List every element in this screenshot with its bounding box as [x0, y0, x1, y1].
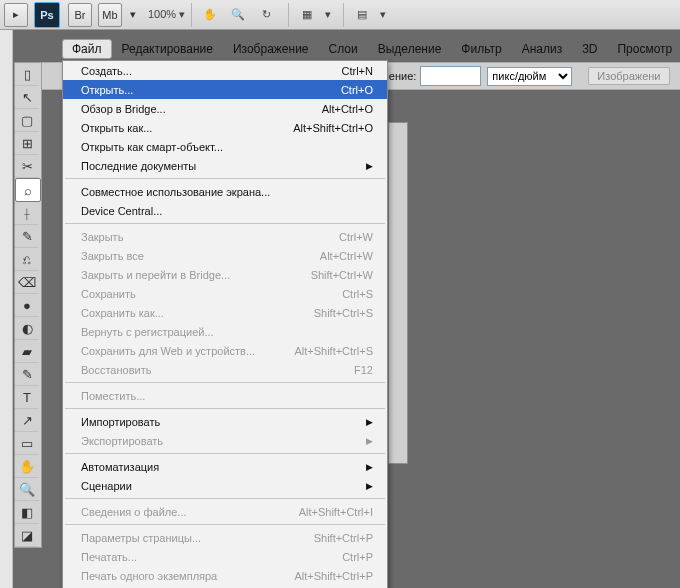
menu-select[interactable]: Выделение — [368, 39, 452, 59]
screen-mode-dropdown-icon[interactable]: ▾ — [378, 3, 388, 27]
eraser-tool[interactable]: ◐ — [15, 317, 39, 340]
menu-separator — [65, 178, 385, 179]
menu-item-create[interactable]: Создать...Ctrl+N — [63, 61, 387, 80]
menu-item-save: СохранитьCtrl+S — [63, 284, 387, 303]
clone-tool[interactable]: ⌫ — [15, 271, 39, 294]
arrange-icon[interactable]: ▦ — [295, 3, 319, 27]
menu-view[interactable]: Просмотр — [607, 39, 680, 59]
toolbox: ▯ ↖ ▢ ⊞ ✂ ⌕ ⟊ ✎ ⎌ ⌫ ● ◐ ▰ ✎ T ↗ ▭ ✋ 🔍 ◧ … — [14, 62, 42, 548]
menu-item-file-info: Сведения о файле...Alt+Shift+Ctrl+I — [63, 502, 387, 521]
path-tool[interactable]: ✋ — [15, 455, 39, 478]
tool-item[interactable]: ▯ — [15, 63, 39, 86]
menu-item-open-as[interactable]: Открыть как...Alt+Shift+Ctrl+O — [63, 118, 387, 137]
move-tool[interactable]: ↖ — [15, 86, 39, 109]
menu-item-page-setup: Параметры страницы...Shift+Ctrl+P — [63, 528, 387, 547]
menu-filter[interactable]: Фильтр — [451, 39, 511, 59]
menu-item-device-central[interactable]: Device Central... — [63, 201, 387, 220]
menu-item-export: Экспортировать▶ — [63, 431, 387, 450]
menu-image[interactable]: Изображение — [223, 39, 319, 59]
ps-logo[interactable]: Ps — [34, 2, 60, 28]
menu-item-print: Печатать...Ctrl+P — [63, 547, 387, 566]
submenu-arrow-icon: ▶ — [366, 161, 373, 171]
image-size-button[interactable]: Изображени — [588, 67, 669, 85]
marquee-tool[interactable]: ▢ — [15, 109, 39, 132]
arrange-dropdown-icon[interactable]: ▾ — [323, 3, 333, 27]
menu-layer[interactable]: Слои — [319, 39, 368, 59]
menu-separator — [65, 498, 385, 499]
submenu-arrow-icon: ▶ — [366, 481, 373, 491]
app-toolbar: ▸ Ps Br Mb ▾ 100% ▾ ✋ 🔍 ↻ ▦ ▾ ▤ ▾ — [0, 0, 680, 30]
hand-tool[interactable]: ◧ — [15, 501, 39, 524]
pen-tool[interactable]: ↗ — [15, 409, 39, 432]
menu-item-recent[interactable]: Последние документы▶ — [63, 156, 387, 175]
file-menu-dropdown: Создать...Ctrl+N Открыть...Ctrl+O Обзор … — [62, 60, 388, 588]
shape-tool[interactable]: 🔍 — [15, 478, 39, 501]
bridge-button[interactable]: Br — [68, 3, 92, 27]
menu-separator — [65, 408, 385, 409]
gradient-tool[interactable]: ▰ — [15, 340, 39, 363]
menu-bar: Файл Редактирование Изображение Слои Выд… — [62, 38, 680, 60]
menu-item-browse-bridge[interactable]: Обзор в Bridge...Alt+Ctrl+O — [63, 99, 387, 118]
menu-separator — [65, 382, 385, 383]
menu-item-close-bridge: Закрыть и перейти в Bridge...Shift+Ctrl+… — [63, 265, 387, 284]
menu-item-close: ЗакрытьCtrl+W — [63, 227, 387, 246]
type-tool[interactable]: ▭ — [15, 432, 39, 455]
menu-item-save-as: Сохранить как...Shift+Ctrl+S — [63, 303, 387, 322]
menu-item-open[interactable]: Открыть...Ctrl+O — [63, 80, 387, 99]
menu-separator — [65, 223, 385, 224]
dodge-tool[interactable]: T — [15, 386, 39, 409]
menu-file[interactable]: Файл — [62, 39, 112, 59]
mb-dropdown-arrow[interactable]: ▾ — [128, 4, 138, 26]
quick-select-tool[interactable]: ✂ — [15, 155, 39, 178]
unit-select[interactable]: пикс/дюйм — [487, 67, 572, 86]
menu-item-print-one: Печать одного экземпляраAlt+Shift+Ctrl+P — [63, 566, 387, 585]
panel-dock — [388, 122, 408, 464]
generic-button[interactable]: ▸ — [4, 3, 28, 27]
zoom-tool[interactable]: ◪ — [15, 524, 39, 547]
menu-item-share[interactable]: Совместное использование экрана... — [63, 182, 387, 201]
menu-item-save-web: Сохранить для Web и устройств...Alt+Shif… — [63, 341, 387, 360]
menu-item-open-smart[interactable]: Открыть как смарт-объект... — [63, 137, 387, 156]
blur-tool[interactable]: ✎ — [15, 363, 39, 386]
menu-item-automate[interactable]: Автоматизация▶ — [63, 457, 387, 476]
separator — [288, 3, 289, 27]
left-gutter — [0, 30, 13, 588]
lasso-tool[interactable]: ⊞ — [15, 132, 39, 155]
menu-separator — [65, 524, 385, 525]
menu-3d[interactable]: 3D — [572, 39, 607, 59]
menu-item-scripts[interactable]: Сценарии▶ — [63, 476, 387, 495]
miniBridge-button[interactable]: Mb — [98, 3, 122, 27]
menu-item-restore: ВосстановитьF12 — [63, 360, 387, 379]
menu-edit[interactable]: Редактирование — [112, 39, 223, 59]
brush-tool[interactable]: ⎌ — [15, 248, 39, 271]
submenu-arrow-icon: ▶ — [366, 462, 373, 472]
history-brush-tool[interactable]: ● — [15, 294, 39, 317]
eyedropper-tool[interactable]: ⟊ — [15, 202, 39, 225]
menu-item-revert: Вернуть с регистрацией... — [63, 322, 387, 341]
separator — [343, 3, 344, 27]
screen-mode-icon[interactable]: ▤ — [350, 3, 374, 27]
hand-icon[interactable]: ✋ — [198, 3, 222, 27]
rotate-icon[interactable]: ↻ — [254, 3, 278, 27]
separator — [191, 3, 192, 27]
menu-item-import[interactable]: Импортировать▶ — [63, 412, 387, 431]
zoom-icon[interactable]: 🔍 — [226, 3, 250, 27]
submenu-arrow-icon: ▶ — [366, 417, 373, 427]
menu-separator — [65, 453, 385, 454]
zoom-level[interactable]: 100% ▾ — [148, 8, 185, 21]
menu-item-close-all: Закрыть всеAlt+Ctrl+W — [63, 246, 387, 265]
menu-analysis[interactable]: Анализ — [512, 39, 573, 59]
submenu-arrow-icon: ▶ — [366, 436, 373, 446]
resolution-input[interactable] — [420, 66, 481, 86]
menu-item-place: Поместить... — [63, 386, 387, 405]
spot-heal-tool[interactable]: ✎ — [15, 225, 39, 248]
crop-tool[interactable]: ⌕ — [15, 178, 41, 202]
